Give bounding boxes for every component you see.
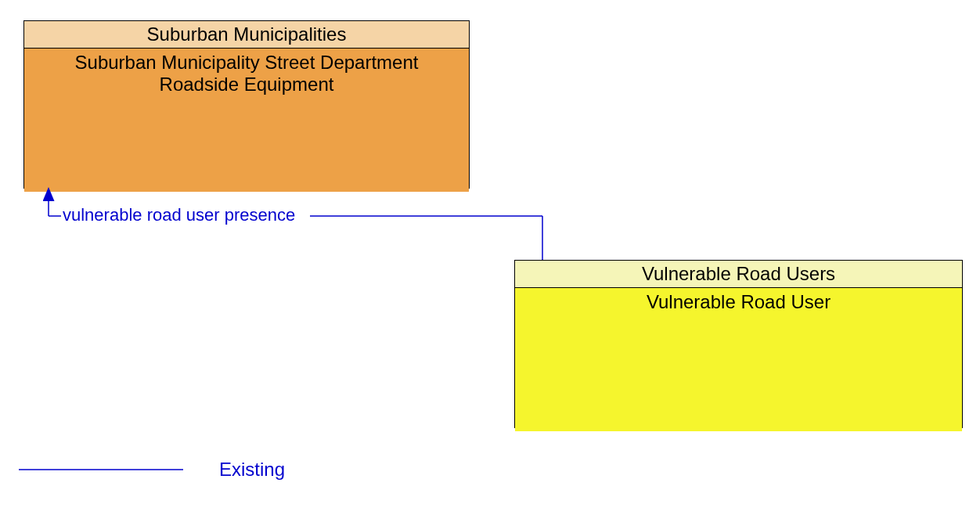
legend-existing-label: Existing <box>219 459 285 481</box>
node-suburban-header: Suburban Municipalities <box>24 21 469 49</box>
node-vulnerable-body: Vulnerable Road User <box>515 288 962 431</box>
node-vulnerable-road-user: Vulnerable Road Users Vulnerable Road Us… <box>514 260 963 428</box>
node-suburban-equipment: Suburban Municipalities Suburban Municip… <box>23 20 470 189</box>
flow-label-vru-presence: vulnerable road user presence <box>63 205 295 225</box>
node-suburban-body: Suburban Municipality Street Department … <box>24 49 469 192</box>
node-vulnerable-header: Vulnerable Road Users <box>515 261 962 288</box>
